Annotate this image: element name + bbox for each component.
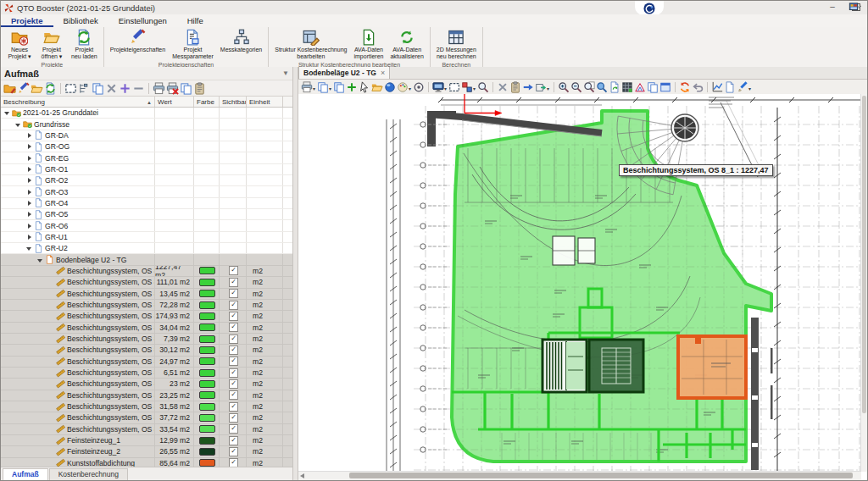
- visibility-checkbox[interactable]: ✓: [229, 289, 238, 298]
- column-header-wert[interactable]: Wert: [155, 97, 194, 107]
- vertical-scrollbar[interactable]: [860, 94, 867, 472]
- edit-properties-button[interactable]: Projekteigenschaften: [107, 28, 169, 54]
- clipboard-icon[interactable]: [509, 81, 521, 93]
- zoom-doc-icon[interactable]: [583, 81, 595, 93]
- doc-green-icon[interactable]: [609, 81, 620, 93]
- new-project-button[interactable]: Neues Projekt ▾: [3, 28, 36, 61]
- palette-dropdown-icon[interactable]: ▾: [409, 86, 411, 91]
- visibility-checkbox[interactable]: ✓: [229, 368, 238, 378]
- expander-closed-icon[interactable]: [26, 132, 33, 139]
- tree-row[interactable]: GR-EG: [1, 152, 292, 163]
- color-swatch[interactable]: [199, 459, 215, 467]
- color-swatch[interactable]: [199, 335, 215, 343]
- color-swatch[interactable]: [199, 346, 215, 354]
- menu-item-projekte[interactable]: Projekte: [1, 14, 53, 27]
- visibility-checkbox[interactable]: ✓: [229, 323, 238, 332]
- tree-row[interactable]: Beschichtungssystem, OS 8_2_2_324,97 m2✓…: [1, 357, 292, 368]
- triangle-icon[interactable]: [634, 81, 646, 93]
- grid-dark-icon[interactable]: [621, 81, 633, 93]
- print-dropdown-icon[interactable]: ▾: [313, 86, 315, 91]
- ava-refresh-button[interactable]: AVA-Daten aktualisieren: [387, 28, 426, 61]
- monitor-dropdown-icon[interactable]: ▾: [444, 86, 447, 91]
- tree-row[interactable]: GR-O6: [1, 220, 292, 231]
- horizontal-scrollbar-thumb[interactable]: [349, 473, 853, 478]
- snap-dropdown-icon[interactable]: ▾: [473, 86, 476, 91]
- open-project-button[interactable]: Projekt öffnen ▾: [36, 28, 68, 61]
- visibility-checkbox[interactable]: ✓: [229, 266, 238, 275]
- color-swatch[interactable]: [199, 323, 215, 331]
- column-header-farbe[interactable]: Farbe: [194, 97, 220, 107]
- expander-open-icon[interactable]: [37, 257, 44, 263]
- tree-row[interactable]: Kunststoffabdichtung85,64 m2✓m2: [1, 458, 292, 467]
- visibility-checkbox[interactable]: ✓: [229, 436, 238, 445]
- color-swatch[interactable]: [199, 279, 215, 286]
- doc-refresh-icon[interactable]: [44, 82, 57, 95]
- edit-structure-button[interactable]: Struktur Kostenberechnung bearbeiten: [271, 28, 350, 61]
- tree-row[interactable]: Beschichtungssystem, OS 8_2_2_230,12 m2✓…: [1, 345, 292, 356]
- folder-edit-icon[interactable]: [3, 82, 16, 95]
- horizontal-scrollbar[interactable]: [298, 471, 861, 480]
- export-dropdown-icon[interactable]: ▾: [547, 86, 549, 91]
- window-icon[interactable]: [659, 81, 671, 93]
- flash-icon[interactable]: [679, 81, 691, 93]
- zoom-blue-icon[interactable]: [596, 81, 608, 93]
- frame-icon[interactable]: [64, 82, 77, 95]
- print-delete-icon[interactable]: [166, 82, 179, 95]
- copy-pages-icon[interactable]: [647, 81, 659, 93]
- menu-item-hilfe[interactable]: Hilfe: [177, 14, 214, 27]
- plus-green-icon[interactable]: [346, 81, 358, 93]
- folder-open-icon[interactable]: [31, 82, 43, 95]
- pencil-icon[interactable]: [17, 82, 30, 95]
- expander-closed-icon[interactable]: [26, 200, 33, 207]
- categories-button[interactable]: Messkategorien: [217, 28, 265, 54]
- bottom-tab-kostenberechnung[interactable]: Kostenberechnung: [49, 468, 128, 480]
- document-tab[interactable]: Bodenbeläge U2 - TG ×: [298, 67, 390, 79]
- ribbon-overflow-icon[interactable]: [849, 3, 864, 13]
- copy-pages-icon[interactable]: [317, 81, 329, 93]
- tree-row[interactable]: Feinsteinzeug_226,55 m2✓m2: [1, 446, 292, 457]
- zoom-in-icon[interactable]: [558, 81, 570, 93]
- visibility-checkbox[interactable]: ✓: [229, 312, 238, 321]
- expander-closed-icon[interactable]: [26, 189, 33, 196]
- expander-closed-icon[interactable]: [26, 223, 33, 229]
- cursor-icon[interactable]: [359, 81, 370, 93]
- zoom-out-icon[interactable]: [570, 81, 582, 93]
- tree-row[interactable]: Beschichtungssystem, OS 8_2_2_1072,28 m2…: [1, 300, 292, 311]
- color-swatch[interactable]: [199, 357, 215, 365]
- tree-row[interactable]: Feinsteinzeug_112,99 m2✓m2: [1, 435, 292, 446]
- visibility-checkbox[interactable]: ✓: [229, 458, 238, 467]
- tree-row[interactable]: Beschichtungssystem, OS 8_2_2_46,51 m2✓m…: [1, 368, 292, 379]
- color-swatch[interactable]: [199, 312, 215, 320]
- color-swatch[interactable]: [199, 380, 215, 388]
- print-icon[interactable]: [301, 81, 313, 93]
- color-swatch[interactable]: [199, 448, 215, 456]
- color-swatch[interactable]: [199, 290, 215, 297]
- expander-closed-icon[interactable]: [26, 143, 33, 150]
- tree-row[interactable]: Beschichtungssystem, OS 8_2_2_731,58 m2✓…: [1, 401, 292, 412]
- visibility-checkbox[interactable]: ✓: [229, 334, 238, 344]
- tree-row[interactable]: Beschichtungssystem, OS 8_2_2_837,72 m2✓…: [1, 412, 292, 423]
- column-header-sichtbar[interactable]: Sichtbar: [220, 97, 247, 107]
- chart-icon[interactable]: [711, 81, 723, 93]
- expander-closed-icon[interactable]: [26, 177, 33, 184]
- expander-open-icon[interactable]: [4, 109, 11, 116]
- color-swatch[interactable]: [199, 369, 215, 377]
- scroll-left-arrow-icon[interactable]: [300, 473, 304, 478]
- monitor-icon[interactable]: [432, 81, 444, 93]
- visibility-checkbox[interactable]: ✓: [229, 346, 238, 355]
- expander-closed-icon[interactable]: [26, 234, 33, 240]
- folder-open-icon[interactable]: [371, 81, 383, 93]
- pen-icon[interactable]: [737, 81, 748, 93]
- tree-row[interactable]: GR-O3: [1, 186, 292, 197]
- tree-row[interactable]: GR-O1: [1, 164, 292, 175]
- tree-row[interactable]: Beschichtungssystem, OS 8_2_2_623,25 m2✓…: [1, 390, 292, 401]
- tree-list-icon[interactable]: [78, 82, 91, 95]
- color-swatch[interactable]: [199, 414, 215, 422]
- expander-closed-icon[interactable]: [26, 166, 33, 173]
- copy-pages-icon[interactable]: [180, 82, 192, 95]
- frame-icon[interactable]: [448, 81, 460, 93]
- pages-icon[interactable]: [333, 81, 345, 93]
- visibility-checkbox[interactable]: ✓: [229, 447, 238, 456]
- tree-row[interactable]: Beschichtungssystem, OS 8_2_2_933,54 m2✓…: [1, 424, 292, 435]
- print-icon[interactable]: [153, 82, 165, 95]
